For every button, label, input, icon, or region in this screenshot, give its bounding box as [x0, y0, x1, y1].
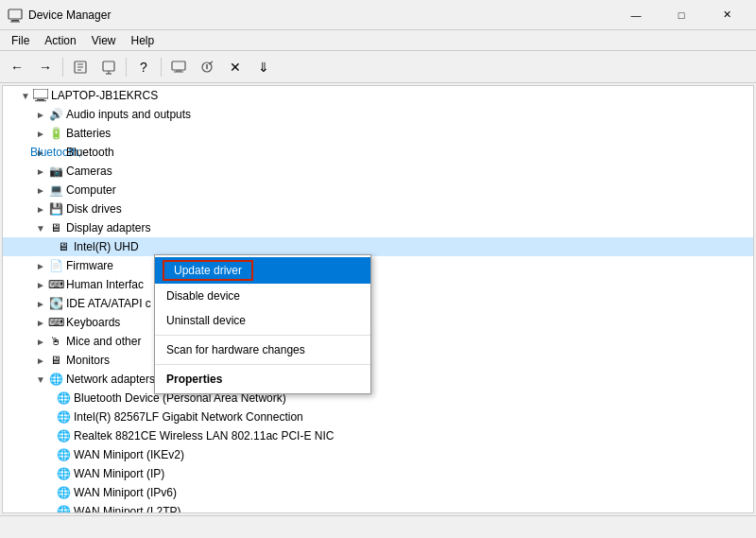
tree-item-wan-ipv6[interactable]: 🌐 WAN Miniport (IPv6) [3, 483, 753, 502]
scan-toolbar-button[interactable] [194, 55, 220, 79]
computer-toolbar-button[interactable] [165, 55, 192, 79]
intel-nic-icon: 🌐 [56, 409, 71, 425]
menu-file[interactable]: File [4, 32, 37, 49]
tree-item-bluetooth[interactable]: ► Bluetooth; Bluetooth [3, 143, 753, 162]
disk-icon: 💾 [48, 201, 63, 217]
network-label: Network adapters [66, 373, 155, 386]
firmware-label: Firmware [66, 259, 113, 272]
tree-item-mice[interactable]: ► 🖱 Mice and other [3, 332, 753, 351]
toolbar-separator-1 [62, 58, 63, 77]
tree-item-wan-ip[interactable]: 🌐 WAN Miniport (IP) [3, 464, 753, 483]
tree-item-batteries[interactable]: ► 🔋 Batteries [3, 124, 753, 143]
expand-keyboards[interactable]: ► [33, 315, 48, 330]
tree-item-realtek[interactable]: 🌐 Realtek 8821CE Wireless LAN 802.11ac P… [3, 426, 753, 445]
window-title: Device Manager [28, 9, 614, 22]
keyboards-icon: ⌨ [48, 315, 63, 330]
tree-root[interactable]: ▼ LAPTOP-JB1EKRCS [3, 86, 753, 105]
expand-monitors[interactable]: ► [33, 353, 48, 368]
help-toolbar-button[interactable]: ? [130, 55, 157, 79]
no-expand-2 [48, 390, 56, 406]
expand-display[interactable]: ▼ [33, 220, 48, 235]
tree-item-intel-nic[interactable]: 🌐 Intel(R) 82567LF Gigabit Network Conne… [3, 408, 753, 426]
firmware-icon: 📄 [48, 258, 63, 273]
tree-item-monitors[interactable]: ► 🖥 Monitors [3, 351, 753, 370]
minimize-button[interactable]: — [614, 0, 658, 30]
wan-ip-icon: 🌐 [56, 466, 71, 481]
computer-device-icon: 💻 [48, 182, 63, 198]
display-label: Display adapters [66, 221, 150, 234]
wan-ikev2-icon: 🌐 [56, 447, 71, 462]
expand-batteries[interactable]: ► [33, 126, 48, 141]
expand-toolbar-button[interactable]: ⇓ [250, 55, 277, 79]
ctx-disable-device[interactable]: Disable device [155, 284, 370, 308]
expand-disk[interactable]: ► [33, 201, 48, 217]
delete-toolbar-button[interactable]: ✕ [222, 55, 249, 79]
svg-rect-17 [37, 99, 44, 100]
keyboards-label: Keyboards [66, 316, 120, 329]
audio-label: Audio inputs and outputs [66, 108, 191, 121]
bt-pan-icon: 🌐 [56, 390, 71, 406]
forward-button[interactable]: → [32, 55, 59, 79]
tree-item-intel-uhd[interactable]: 🖥 Intel(R) UHD [3, 237, 753, 256]
expand-audio[interactable]: ► [33, 107, 48, 122]
ctx-properties[interactable]: Properties [155, 367, 370, 391]
ctx-update-driver[interactable]: Update driver [155, 257, 370, 284]
bluetooth-icon: Bluetooth; [48, 145, 63, 160]
tree-item-bt-pan[interactable]: 🌐 Bluetooth Device (Personal Area Networ… [3, 389, 753, 408]
svg-rect-16 [33, 89, 48, 98]
close-button[interactable]: ✕ [705, 0, 748, 30]
expand-cameras[interactable]: ► [33, 164, 48, 179]
expand-icon[interactable]: ▼ [18, 88, 33, 103]
svg-rect-1 [11, 20, 19, 22]
title-bar: Device Manager — □ ✕ [0, 0, 756, 30]
menu-action[interactable]: Action [37, 32, 83, 49]
expand-computer[interactable]: ► [33, 182, 48, 198]
tree-item-keyboards[interactable]: ► ⌨ Keyboards [3, 313, 753, 332]
intel-nic-label: Intel(R) 82567LF Gigabit Network Connect… [74, 410, 303, 424]
network-icon: 🌐 [48, 372, 63, 387]
expand-network[interactable]: ▼ [33, 372, 48, 387]
expand-firmware[interactable]: ► [33, 258, 48, 273]
back-button[interactable]: ← [4, 55, 30, 79]
realtek-label: Realtek 8821CE Wireless LAN 802.11ac PCI… [74, 429, 334, 443]
device-tree[interactable]: ▼ LAPTOP-JB1EKRCS ► 🔊 Audio inputs and o… [2, 85, 754, 513]
main-content: ▼ LAPTOP-JB1EKRCS ► 🔊 Audio inputs and o… [0, 83, 756, 515]
expand-ide[interactable]: ► [33, 296, 48, 311]
tree-item-cameras[interactable]: ► 📷 Cameras [3, 162, 753, 181]
tree-item-wan-l2tp[interactable]: 🌐 WAN Miniport (L2TP) [3, 502, 753, 513]
properties-toolbar-button[interactable] [67, 55, 94, 79]
wan-ipv6-icon: 🌐 [56, 485, 71, 500]
update-driver-toolbar-button[interactable] [95, 55, 122, 79]
intel-uhd-icon: 🖥 [56, 239, 71, 254]
tree-item-network[interactable]: ▼ 🌐 Network adapters [3, 370, 753, 389]
wan-l2tp-icon: 🌐 [56, 504, 71, 513]
toolbar-separator-3 [161, 58, 162, 77]
scan-hardware-label: Scan for hardware changes [166, 343, 305, 356]
ctx-uninstall-device[interactable]: Uninstall device [155, 308, 370, 333]
tree-item-hid[interactable]: ► ⌨ Human Interfac [3, 275, 753, 294]
tree-item-wan-ikev2[interactable]: 🌐 WAN Miniport (IKEv2) [3, 445, 753, 464]
tree-item-ide[interactable]: ► 💽 IDE ATA/ATAPI c [3, 294, 753, 313]
restore-button[interactable]: □ [660, 0, 703, 30]
menu-help[interactable]: Help [124, 32, 163, 49]
disk-label: Disk drives [66, 202, 122, 216]
window-controls: — □ ✕ [614, 0, 748, 30]
tree-item-computer[interactable]: ► 💻 Computer [3, 181, 753, 200]
wan-ikev2-label: WAN Miniport (IKEv2) [74, 448, 184, 461]
mice-icon: 🖱 [48, 334, 63, 349]
tree-item-audio[interactable]: ► 🔊 Audio inputs and outputs [3, 105, 753, 124]
display-icon: 🖥 [48, 220, 63, 235]
ctx-scan-hardware[interactable]: Scan for hardware changes [155, 338, 370, 362]
tree-item-disk[interactable]: ► 💾 Disk drives [3, 200, 753, 218]
expand-hid[interactable]: ► [33, 277, 48, 292]
svg-rect-18 [35, 100, 46, 101]
menu-view[interactable]: View [84, 32, 124, 49]
update-driver-label: Update driver [163, 260, 253, 281]
tree-item-firmware[interactable]: ► 📄 Firmware [3, 256, 753, 275]
expand-mice[interactable]: ► [33, 334, 48, 349]
realtek-icon: 🌐 [56, 428, 71, 443]
ctx-separator-2 [155, 364, 370, 365]
no-expand-3 [48, 409, 56, 425]
tree-item-display[interactable]: ▼ 🖥 Display adapters [3, 218, 753, 237]
properties-label: Properties [166, 373, 222, 386]
